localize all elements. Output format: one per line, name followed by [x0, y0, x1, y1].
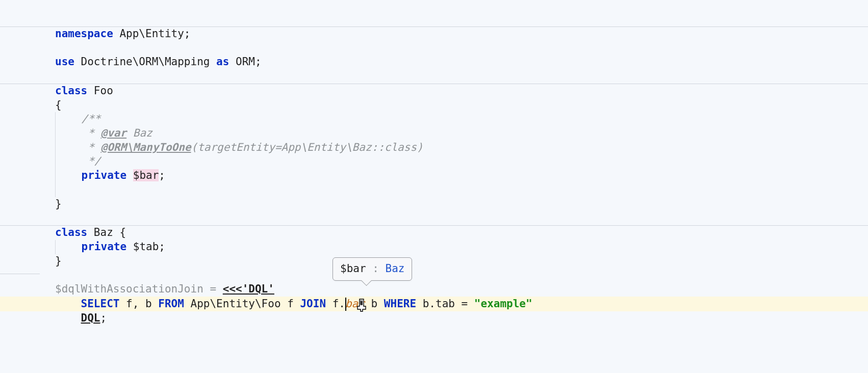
semicolon: ; [100, 312, 107, 324]
sql-join-field[interactable]: bar [345, 298, 365, 310]
namespace-name: App\Entity; [113, 28, 191, 40]
docblock-orm-tag: @ORM\ManyToOne [101, 141, 191, 153]
var-tab: $tab; [126, 241, 165, 253]
docblock-orm-args: (targetEntity=App\Entity\Baz::class) [191, 141, 423, 153]
sql-join-prefix: f. [326, 298, 345, 310]
use-alias: ORM; [229, 56, 261, 68]
class-name-foo: Foo [87, 85, 113, 97]
docblock-line-prefix: * [56, 141, 101, 153]
brace-open: { [55, 99, 62, 111]
sql-table: App\Entity\Foo f [184, 298, 300, 310]
use-path: Doctrine\ORM\Mapping [74, 56, 216, 68]
code-editor[interactable]: namespace App\Entity; use Doctrine\ORM\M… [0, 0, 868, 325]
tooltip-type: Baz [386, 262, 405, 275]
sql-where: WHERE [384, 298, 416, 310]
heredoc-open: <<<'DQL' [223, 283, 274, 295]
code-line[interactable]: class Baz { [0, 226, 868, 240]
var-dql: $dqlWithAssociationJoin [55, 283, 203, 295]
tooltip-sep: : [366, 262, 386, 275]
docblock-var-type: Baz [126, 127, 152, 139]
code-line[interactable]: namespace App\Entity; [0, 27, 868, 41]
gutter-divider [0, 274, 40, 274]
code-line[interactable]: * @ORM\ManyToOne(targetEntity=App\Entity… [0, 141, 868, 155]
assign-op: = [203, 283, 223, 295]
brace-close: } [55, 255, 62, 267]
code-line[interactable]: DQL; [0, 311, 868, 326]
brace-close: } [55, 198, 62, 210]
code-line[interactable]: /** [0, 112, 868, 126]
code-line[interactable]: } [0, 197, 868, 211]
keyword-use: use [55, 56, 74, 68]
code-line-blank[interactable] [0, 41, 868, 56]
code-line-blank[interactable] [0, 183, 868, 197]
code-line[interactable]: } [0, 254, 868, 269]
text-caret [345, 298, 346, 311]
keyword-class: class [55, 226, 87, 238]
sql-condition: b.tab = [416, 298, 474, 310]
tooltip-var: $bar [340, 262, 366, 275]
keyword-as: as [216, 56, 229, 68]
code-line[interactable]: $dqlWithAssociationJoin = <<<'DQL' [0, 282, 868, 297]
semicolon: ; [159, 169, 165, 181]
code-line[interactable]: use Doctrine\ORM\Mapping as ORM; [0, 55, 868, 69]
var-bar: $bar [133, 169, 159, 181]
type-hint-tooltip: $bar : Baz [333, 257, 412, 281]
class-name-baz: Baz { [87, 226, 126, 238]
sql-string: "example" [474, 298, 532, 310]
docblock-line-prefix: * [56, 127, 101, 139]
sql-join: JOIN [300, 298, 326, 310]
code-line-highlighted[interactable]: SELECT f, b FROM App\Entity\Foo f JOIN f… [0, 297, 868, 311]
code-line-blank[interactable] [0, 69, 868, 84]
code-line[interactable]: */ [0, 154, 868, 169]
sql-join-alias: b [365, 298, 384, 310]
heredoc-close: DQL [81, 312, 100, 324]
docblock-var-tag: @var [101, 127, 127, 139]
code-line[interactable]: class Foo [0, 84, 868, 98]
sql-select: SELECT [81, 298, 120, 310]
keyword-private: private [82, 169, 127, 181]
keyword-namespace: namespace [55, 28, 113, 40]
code-line[interactable]: { [0, 98, 868, 113]
keyword-private: private [82, 241, 127, 253]
docblock-open: /** [56, 113, 101, 125]
code-line-blank[interactable] [0, 211, 868, 225]
code-line[interactable]: private $bar; [0, 169, 868, 183]
code-line[interactable]: * @var Baz [0, 126, 868, 141]
keyword-class: class [55, 85, 87, 97]
docblock-close: */ [56, 155, 101, 167]
sql-from: FROM [158, 298, 184, 310]
sql-columns: f, b [119, 298, 158, 310]
code-line-blank[interactable] [0, 268, 868, 282]
code-line[interactable]: private $tab; [0, 240, 868, 254]
